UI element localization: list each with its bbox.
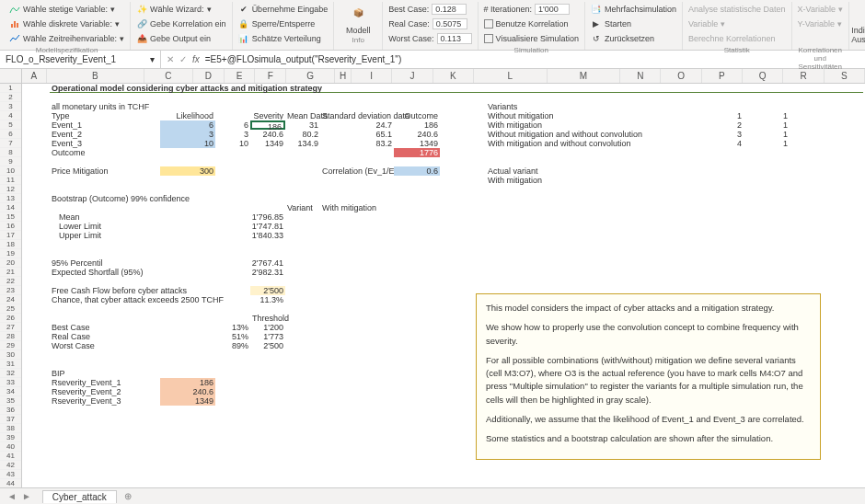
cell-B23[interactable]: Free Cash Flow before cyber attacks xyxy=(50,286,250,295)
title[interactable]: Operational model considering cyber atta… xyxy=(50,84,440,93)
formula-input[interactable]: =E5+@FLOsimula_output("Rseverity_Event_1… xyxy=(205,54,401,64)
cell-B17[interactable]: Upper Limit xyxy=(50,231,160,240)
cell-K5[interactable]: With mitigation xyxy=(486,120,698,130)
btn-reset[interactable]: ↺Zurücksetzen xyxy=(591,31,676,45)
cell-B24[interactable]: Chance, that cyber attack exceeds 2500 T… xyxy=(50,295,250,304)
cell-B32[interactable]: BIP xyxy=(50,369,160,378)
cell-I7[interactable]: 1349 xyxy=(394,139,440,148)
btn-schaetze[interactable]: 📊Schätze Verteilung xyxy=(238,31,329,45)
cell-B10[interactable]: Price Mitigation xyxy=(50,166,160,176)
tab-prev-icon[interactable]: ◄ xyxy=(7,491,17,501)
cell-O5[interactable]: 1 xyxy=(744,120,790,130)
cell-F5[interactable]: 31 xyxy=(285,120,320,130)
cell-B35[interactable]: Rseverity_Event_3 xyxy=(50,396,160,406)
btn-output[interactable]: 📤Gebe Output ein xyxy=(136,31,226,45)
cell-K6[interactable]: Without mitigation and without convoluti… xyxy=(486,130,698,139)
selected-cell[interactable]: 186 xyxy=(250,120,285,130)
chk-korr[interactable]: Benutze Korrelation xyxy=(484,17,579,30)
cell-I4[interactable]: Outcome xyxy=(394,111,440,120)
cell-B8[interactable]: Outcome xyxy=(50,148,160,157)
cell-C10[interactable]: 300 xyxy=(160,166,215,176)
cell-C5[interactable]: 6 xyxy=(160,120,215,130)
cell-B5[interactable]: Event_1 xyxy=(50,120,160,130)
cell-E23[interactable]: 2'500 xyxy=(250,286,285,295)
btn-stetige[interactable]: Wähle stetige Variable:▾ xyxy=(9,2,124,16)
cell-B20[interactable]: 95% Percentil xyxy=(50,258,215,268)
cell-B27[interactable]: Best Case xyxy=(50,323,160,332)
cell-G5[interactable]: 24.7 xyxy=(320,120,394,130)
cell-N5[interactable]: 2 xyxy=(698,120,744,130)
cell-B15[interactable]: Mean xyxy=(50,212,160,222)
cell-O7[interactable]: 1 xyxy=(744,139,790,148)
cell-E7[interactable]: 1349 xyxy=(250,139,285,148)
cell-D20[interactable]: 2'767.41 xyxy=(215,258,285,268)
cell-B13[interactable]: Bootstrap (Outcome) 99% confidence xyxy=(50,194,250,203)
cell-E28[interactable]: 1'773 xyxy=(250,332,285,341)
cell-D5[interactable]: 6 xyxy=(215,120,250,130)
cell-B28[interactable]: Real Case xyxy=(50,332,160,341)
cell-G4[interactable]: Standard deviation data xyxy=(320,111,394,120)
cell-C34[interactable]: 240.6 xyxy=(160,387,215,396)
cell-D29[interactable]: 89% xyxy=(215,341,250,350)
cell-B3[interactable]: all monetary units in TCHF xyxy=(50,102,215,111)
cell-G7[interactable]: 83.2 xyxy=(320,139,394,148)
cell-F6[interactable]: 80.2 xyxy=(285,130,320,139)
btn-korr[interactable]: 🔗Gebe Korrelation ein xyxy=(136,17,226,30)
cell-C33[interactable]: 186 xyxy=(160,378,215,387)
btn-sperre[interactable]: 🔒Sperre/Entsperre xyxy=(238,17,329,30)
chk-vis[interactable]: Visualisiere Simulation xyxy=(484,31,579,45)
cell-E29[interactable]: 2'500 xyxy=(250,341,285,350)
cell-E27[interactable]: 1'200 xyxy=(250,323,285,332)
cell-K7[interactable]: With mitigation and without convolution xyxy=(486,139,698,148)
tab-next-icon[interactable]: ► xyxy=(22,491,31,501)
cell-G6[interactable]: 65.1 xyxy=(320,130,394,139)
cell-C6[interactable]: 3 xyxy=(160,130,215,139)
btn-wizard[interactable]: ✨Wähle Wizard:▾ xyxy=(136,2,226,16)
cell-F14[interactable]: Variant xyxy=(285,203,320,212)
btn-indiv[interactable]: 📈Individuelle Auswertung▾ xyxy=(855,2,865,53)
cell-E4[interactable]: Severity xyxy=(250,111,285,120)
cell-K10[interactable]: Actual variant xyxy=(486,166,615,176)
cell-F7[interactable]: 134.9 xyxy=(285,139,320,148)
add-sheet-icon[interactable]: ⊕ xyxy=(124,491,132,501)
btn-modell[interactable]: 📦Modell xyxy=(340,2,376,35)
cell-B6[interactable]: Event_2 xyxy=(50,130,160,139)
cell-F4[interactable]: Mean Data xyxy=(285,111,320,120)
cell-D6[interactable]: 3 xyxy=(215,130,250,139)
cell-E6[interactable]: 240.6 xyxy=(250,130,285,139)
cell-B33[interactable]: Rseverity_Event_1 xyxy=(50,378,160,387)
fx-icon[interactable]: fx xyxy=(192,54,200,64)
cell-B29[interactable]: Worst Case xyxy=(50,341,160,350)
cell-B21[interactable]: Expected Shortfall (95%) xyxy=(50,268,215,277)
btn-diskrete[interactable]: Wähle diskrete Variable:▾ xyxy=(9,17,124,30)
accept-icon[interactable]: ✓ xyxy=(179,54,187,64)
cell-I6[interactable]: 240.6 xyxy=(394,130,440,139)
row-headers[interactable]: 1234567891011121314151617181920212223242… xyxy=(0,84,22,490)
cell-I10[interactable]: 0.6 xyxy=(394,166,440,176)
cell-K3[interactable]: Variants xyxy=(486,102,532,111)
cell-N7[interactable]: 4 xyxy=(698,139,744,148)
cell-C7[interactable]: 10 xyxy=(160,139,215,148)
cell-E24[interactable]: 11.3% xyxy=(250,295,285,304)
cancel-icon[interactable]: ✕ xyxy=(167,54,174,64)
select-all[interactable] xyxy=(0,69,22,84)
btn-mehrfach[interactable]: 📑Mehrfachsimulation xyxy=(591,2,676,16)
cell-N4[interactable]: 1 xyxy=(698,111,744,120)
cell-O4[interactable]: 1 xyxy=(744,111,790,120)
cell-B16[interactable]: Lower Limit xyxy=(50,222,160,231)
btn-uebernehme[interactable]: ✔Übernehme Eingabe xyxy=(238,2,329,16)
cell-D16[interactable]: 1'747.81 xyxy=(215,222,285,231)
column-headers[interactable]: ABCDEFGHIJKLMNOPQRS xyxy=(22,69,865,84)
btn-zeitreihe[interactable]: Wähle Zeitreihenvariable:▾ xyxy=(9,31,124,45)
cell-I5[interactable]: 186 xyxy=(394,120,440,130)
cell-D21[interactable]: 2'982.31 xyxy=(215,268,285,277)
cell-D7[interactable]: 10 xyxy=(215,139,250,148)
cell-I8[interactable]: 1776 xyxy=(394,148,440,157)
cell-D28[interactable]: 51% xyxy=(215,332,250,341)
cell-G14[interactable]: With mitigation xyxy=(320,203,394,212)
cell-D17[interactable]: 1'840.33 xyxy=(215,231,285,240)
worksheet[interactable]: ABCDEFGHIJKLMNOPQRS 12345678910111213141… xyxy=(0,69,865,490)
cell-N6[interactable]: 3 xyxy=(698,130,744,139)
cell-B7[interactable]: Event_3 xyxy=(50,139,160,148)
btn-start[interactable]: ▶Starten xyxy=(591,17,676,30)
